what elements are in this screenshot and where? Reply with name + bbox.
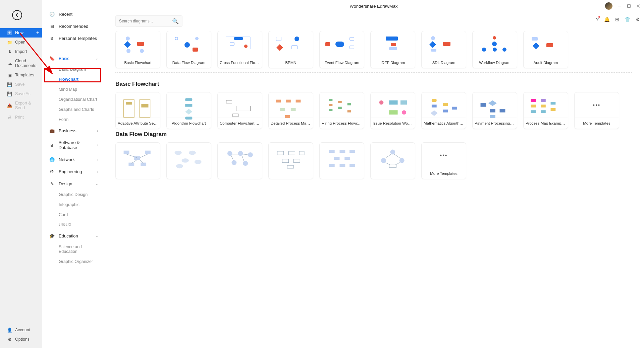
svg-rect-69 xyxy=(293,159,300,163)
nav-cloud[interactable]: ☁ Cloud Documents xyxy=(0,56,42,70)
svg-rect-52 xyxy=(145,151,151,154)
template-card[interactable]: Algorithm Flowchart xyxy=(166,92,211,129)
sub-mindmap[interactable]: Mind Map xyxy=(42,84,103,94)
template-row-data-flow: •••More Templates xyxy=(115,142,632,179)
svg-rect-4 xyxy=(126,102,132,105)
svg-rect-12 xyxy=(233,114,238,117)
cat-design[interactable]: ✎Design⌄ xyxy=(42,178,103,190)
sub-graphs[interactable]: Graphs and Charts xyxy=(42,105,103,115)
cloud-icon: ☁ xyxy=(7,61,12,66)
chevron-down-icon: ⌄ xyxy=(95,182,98,186)
template-card[interactable]: Issue Resolution Workflow ... xyxy=(370,92,415,129)
template-card-workflow[interactable]: Workflow Diagram xyxy=(472,31,517,68)
minimize-button[interactable] xyxy=(617,4,622,8)
svg-rect-28 xyxy=(400,100,407,105)
cat-business[interactable]: 💼Business› xyxy=(42,125,103,137)
svg-rect-50 xyxy=(124,151,129,154)
template-card-bpmn[interactable]: BPMN xyxy=(268,31,313,68)
template-card-sdl[interactable]: SDL Diagram xyxy=(421,31,466,68)
app-title: Wondershare EdrawMax xyxy=(350,4,398,9)
svg-rect-24 xyxy=(347,103,351,105)
content-scroll[interactable]: Basic Flowchart Data Flow Diagram xyxy=(103,31,644,348)
user-avatar[interactable] xyxy=(605,2,612,10)
svg-rect-35 xyxy=(443,110,448,112)
svg-rect-66 xyxy=(289,151,295,155)
close-button[interactable] xyxy=(636,4,641,8)
template-card-cross-functional[interactable]: Cross Functional Flow... xyxy=(217,31,262,68)
sub-basic-diagram[interactable]: Basic Diagram xyxy=(42,64,103,74)
cat-recommended[interactable]: ⊞Recommended xyxy=(42,20,103,32)
template-card-data-flow[interactable]: Data Flow Diagram xyxy=(166,31,211,68)
svg-rect-10 xyxy=(226,100,232,103)
template-card[interactable]: Mathematics Algorithm Fl... xyxy=(421,92,466,129)
sub-form[interactable]: Form xyxy=(42,115,103,125)
cat-basic[interactable]: 🔖Basic⌄ xyxy=(42,52,103,64)
svg-rect-1 xyxy=(628,5,630,7)
cat-personal[interactable]: 🗎Personal Templates xyxy=(42,32,103,44)
nav-templates[interactable]: ▣ Templates xyxy=(0,70,42,80)
cat-label: Engineering xyxy=(59,169,82,174)
more-templates-card[interactable]: •••More Templates xyxy=(421,142,466,179)
cat-engineering[interactable]: ⛑Engineering› xyxy=(42,165,103,178)
template-card[interactable] xyxy=(370,142,415,179)
settings-icon[interactable]: ⚙ xyxy=(636,17,640,22)
template-card[interactable]: Process Map Examples Te... xyxy=(523,92,568,129)
nav-new[interactable]: New + xyxy=(0,28,42,38)
nav-label: Templates xyxy=(15,73,34,77)
svg-rect-6 xyxy=(185,98,192,101)
svg-point-79 xyxy=(390,150,395,155)
template-card[interactable]: Detailed Process Map Tem... xyxy=(268,92,313,129)
cat-label: Software & Database xyxy=(58,140,98,150)
maximize-button[interactable] xyxy=(627,4,631,8)
svg-rect-67 xyxy=(299,151,304,155)
template-card[interactable]: Computer Flowchart Temp... xyxy=(217,92,262,129)
svg-rect-44 xyxy=(531,110,536,113)
shirt-icon[interactable]: 👕 xyxy=(625,17,630,22)
grid-icon[interactable]: ⊞ xyxy=(615,17,619,22)
nav-open[interactable]: 📁 Open xyxy=(0,38,42,47)
template-card[interactable] xyxy=(115,142,160,179)
sub-flowchart[interactable]: Flowchart xyxy=(42,74,103,84)
sub-graphic-design[interactable]: Graphic Design xyxy=(42,190,103,200)
template-card[interactable]: Adaptive Attribute Selectio... xyxy=(115,92,160,129)
svg-rect-9 xyxy=(185,117,192,119)
template-card-basic-flowchart[interactable]: Basic Flowchart xyxy=(115,31,160,68)
sub-orgchart[interactable]: Organizational Chart xyxy=(42,94,103,105)
template-card[interactable] xyxy=(319,142,364,179)
nav-import[interactable]: ⬇ Import xyxy=(0,47,42,56)
import-icon: ⬇ xyxy=(7,49,12,54)
sub-organizer[interactable]: Graphic Organizer xyxy=(42,257,103,267)
sub-science[interactable]: Science and Education xyxy=(42,242,103,257)
nav-account[interactable]: 👤 Account xyxy=(0,325,42,335)
template-card[interactable]: Hiring Process Flowchart xyxy=(319,92,364,129)
sub-infographic[interactable]: Infographic xyxy=(42,200,103,210)
template-card[interactable] xyxy=(268,142,313,179)
search-box[interactable]: 🔍 xyxy=(115,15,182,27)
category-sidebar: 🕘Recent ⊞Recommended 🗎Personal Templates… xyxy=(42,0,103,348)
template-thumb xyxy=(218,92,262,118)
help-icon[interactable]: ? xyxy=(596,17,599,22)
cat-recent[interactable]: 🕘Recent xyxy=(42,8,103,20)
bell-icon[interactable]: 🔔 xyxy=(604,17,610,22)
template-card[interactable] xyxy=(217,142,262,179)
more-templates-card[interactable]: •••More Templates xyxy=(574,92,619,129)
template-card-event-flow[interactable]: Event Flow Diagram xyxy=(319,31,364,68)
cat-software[interactable]: 🖥Software & Database› xyxy=(42,137,103,153)
search-input[interactable] xyxy=(119,19,172,23)
template-card[interactable]: Payment Processing Workf... xyxy=(472,92,517,129)
svg-rect-18 xyxy=(285,115,290,118)
svg-marker-33 xyxy=(431,110,438,116)
sub-card[interactable]: Card xyxy=(42,210,103,220)
back-button[interactable] xyxy=(12,10,22,20)
svg-rect-65 xyxy=(277,151,284,155)
svg-rect-75 xyxy=(344,157,350,160)
nav-options[interactable]: ⚙ Options xyxy=(0,335,42,344)
sub-uiux[interactable]: UI&UX xyxy=(42,220,103,230)
cat-network[interactable]: 🌐Network› xyxy=(42,153,103,165)
template-thumb xyxy=(116,31,160,57)
template-card-audit[interactable]: Audit Diagram xyxy=(523,31,568,68)
template-card[interactable] xyxy=(166,142,211,179)
primary-sidebar: New + 📁 Open ⬇ Import ☁ Cloud Documents … xyxy=(0,0,42,348)
template-card-idef[interactable]: IDEF Diagram xyxy=(370,31,415,68)
cat-education[interactable]: 🎓Education⌄ xyxy=(42,230,103,242)
